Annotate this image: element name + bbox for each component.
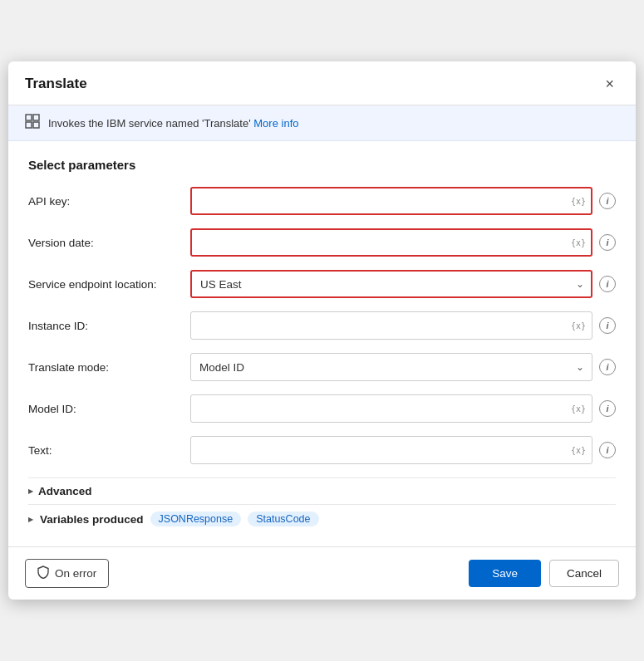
translate-mode-control: Model ID Language pair ⌄ i: [190, 353, 616, 381]
advanced-label: Advanced: [38, 485, 92, 497]
model-id-row: Model ID: {x} i: [28, 394, 616, 423]
service-endpoint-label: Service endpoint location:: [28, 278, 182, 291]
model-id-info-icon[interactable]: i: [599, 400, 616, 417]
version-date-info-icon[interactable]: i: [599, 234, 616, 251]
service-endpoint-info-icon[interactable]: i: [599, 276, 616, 292]
api-key-clear: {x}: [571, 197, 586, 206]
api-key-info-icon[interactable]: i: [599, 193, 616, 209]
version-date-label: Version date:: [28, 237, 182, 249]
footer-right: Save Cancel: [469, 560, 619, 587]
section-title: Select parameters: [28, 158, 616, 172]
svg-rect-2: [26, 122, 32, 128]
json-response-badge: JSONResponse: [150, 512, 242, 526]
service-endpoint-select[interactable]: US East US South EU DE EU GB JP TOK AU S…: [190, 270, 592, 298]
translate-mode-info-icon[interactable]: i: [599, 359, 616, 375]
close-button[interactable]: ×: [600, 75, 619, 93]
text-input-wrapper: {x}: [190, 436, 592, 464]
instance-id-control: {x} i: [190, 311, 616, 340]
on-error-label: On error: [55, 567, 96, 580]
info-banner-text: Invokes the IBM service named 'Translate…: [48, 117, 298, 130]
cancel-button[interactable]: Cancel: [549, 560, 619, 587]
translate-mode-select-wrapper: Model ID Language pair ⌄: [190, 353, 592, 381]
variables-label: Variables produced: [40, 513, 144, 526]
text-info-icon[interactable]: i: [599, 442, 616, 458]
text-clear: {x}: [571, 446, 586, 455]
api-key-row: API key: {x} i: [28, 187, 616, 215]
version-date-clear: {x}: [571, 238, 586, 247]
translate-mode-label: Translate mode:: [28, 361, 182, 374]
api-key-input-wrapper: {x}: [190, 187, 592, 215]
translate-dialog: Translate × Invokes the IBM service name…: [8, 61, 636, 600]
api-key-label: API key:: [28, 195, 182, 208]
variables-chevron-right-icon: ▸: [28, 514, 33, 525]
more-info-link[interactable]: More info: [253, 117, 298, 130]
instance-id-label: Instance ID:: [28, 320, 182, 332]
dialog-body: Select parameters API key: {x} i Version…: [8, 141, 636, 546]
text-input[interactable]: [190, 436, 592, 464]
version-date-input[interactable]: [190, 228, 592, 257]
instance-id-info-icon[interactable]: i: [599, 317, 616, 334]
advanced-chevron-right-icon: ▸: [28, 486, 33, 497]
model-id-label: Model ID:: [28, 403, 182, 415]
version-date-input-wrapper: {x}: [190, 228, 592, 257]
info-banner: Invokes the IBM service named 'Translate…: [8, 105, 636, 141]
status-code-badge: StatusCode: [248, 512, 318, 526]
instance-id-input[interactable]: [190, 311, 592, 340]
variables-section[interactable]: ▸ Variables produced JSONResponse Status…: [28, 504, 616, 533]
save-button[interactable]: Save: [469, 560, 541, 587]
svg-rect-3: [33, 122, 39, 128]
service-endpoint-row: Service endpoint location: US East US So…: [28, 270, 616, 298]
instance-id-clear: {x}: [571, 321, 586, 330]
dialog-footer: On error Save Cancel: [8, 546, 636, 600]
translate-mode-select[interactable]: Model ID Language pair: [190, 353, 592, 381]
text-label: Text:: [28, 444, 182, 457]
service-endpoint-select-wrapper: US East US South EU DE EU GB JP TOK AU S…: [190, 270, 592, 298]
svg-rect-0: [26, 115, 32, 120]
model-id-clear: {x}: [571, 404, 586, 414]
version-date-control: {x} i: [190, 228, 616, 257]
text-control: {x} i: [190, 436, 616, 464]
text-row: Text: {x} i: [28, 436, 616, 464]
shield-icon: [37, 566, 49, 581]
advanced-section[interactable]: ▸ Advanced: [28, 477, 616, 504]
grid-icon: [25, 114, 40, 132]
translate-mode-row: Translate mode: Model ID Language pair ⌄…: [28, 353, 616, 381]
model-id-control: {x} i: [190, 394, 616, 423]
api-key-control: {x} i: [190, 187, 616, 215]
on-error-button[interactable]: On error: [25, 559, 109, 588]
instance-id-input-wrapper: {x}: [190, 311, 592, 340]
model-id-input[interactable]: [190, 394, 592, 423]
api-key-input[interactable]: [190, 187, 592, 215]
dialog-title: Translate: [25, 76, 87, 92]
dialog-header: Translate ×: [8, 61, 636, 105]
model-id-input-wrapper: {x}: [190, 394, 592, 423]
service-endpoint-control: US East US South EU DE EU GB JP TOK AU S…: [190, 270, 616, 298]
version-date-row: Version date: {x} i: [28, 228, 616, 257]
instance-id-row: Instance ID: {x} i: [28, 311, 616, 340]
svg-rect-1: [33, 115, 39, 120]
